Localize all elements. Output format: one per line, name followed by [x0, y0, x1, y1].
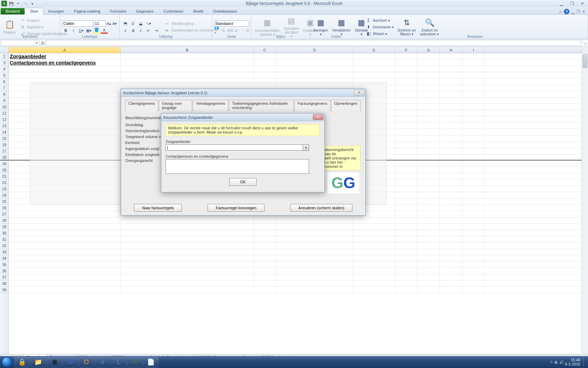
cell[interactable] — [353, 261, 395, 267]
cell[interactable] — [418, 280, 440, 286]
cell[interactable] — [276, 274, 353, 280]
cell[interactable] — [418, 205, 440, 211]
cell[interactable] — [440, 97, 462, 103]
cell[interactable] — [276, 255, 353, 261]
cell[interactable] — [418, 274, 440, 280]
cell[interactable] — [276, 280, 353, 286]
cell[interactable] — [418, 85, 440, 91]
cell[interactable] — [440, 154, 462, 160]
task-ie-icon[interactable]: e — [95, 357, 110, 367]
cell[interactable] — [440, 53, 462, 59]
cell[interactable] — [353, 249, 395, 255]
task-outlook-icon[interactable]: O — [79, 357, 94, 367]
cell[interactable] — [9, 255, 121, 261]
cell[interactable] — [440, 60, 462, 66]
cell[interactable] — [395, 135, 418, 141]
cell[interactable] — [9, 211, 121, 217]
cell[interactable] — [395, 154, 418, 160]
ok-button[interactable]: OK — [229, 178, 257, 186]
dialog1-tab[interactable]: Gezag over jeugdige — [159, 100, 192, 111]
cell[interactable] — [418, 255, 440, 261]
cell[interactable] — [121, 268, 254, 274]
row-header-24[interactable]: 24 — [0, 192, 8, 198]
cell[interactable] — [9, 79, 121, 84]
cell[interactable] — [418, 116, 440, 122]
cell[interactable]: Zorgaanbieder — [9, 53, 121, 59]
cell[interactable] — [121, 280, 254, 286]
cell[interactable] — [276, 261, 353, 267]
qat-customize-icon[interactable]: ▾ — [29, 1, 35, 6]
cell[interactable] — [9, 280, 121, 286]
cell[interactable] — [395, 110, 418, 116]
cell[interactable] — [462, 287, 485, 293]
col-header-I[interactable]: I — [462, 47, 485, 53]
cell[interactable] — [395, 161, 418, 166]
border-icon[interactable]: ▦▾ — [85, 27, 92, 34]
ribbon-tab-pagina[interactable]: Pagina-indeling — [69, 8, 105, 14]
cell[interactable] — [440, 72, 462, 78]
row-header-36[interactable]: 36 — [0, 268, 8, 274]
cell[interactable] — [462, 79, 485, 84]
cell[interactable] — [462, 72, 485, 78]
cell[interactable] — [9, 104, 121, 110]
cell[interactable] — [440, 186, 462, 192]
cell[interactable] — [418, 179, 440, 185]
fx-icon[interactable]: fx — [41, 40, 44, 46]
cell[interactable] — [395, 268, 418, 274]
column-headers[interactable]: ABCDEFGHI — [9, 47, 582, 53]
cell[interactable] — [276, 287, 353, 293]
cell[interactable] — [254, 249, 276, 255]
fill-button[interactable]: ⬇Doorvoeren ▾ — [365, 24, 395, 30]
cell[interactable] — [121, 72, 254, 78]
row-header-26[interactable]: 26 — [0, 205, 8, 211]
cell[interactable] — [276, 217, 353, 223]
cell[interactable] — [395, 104, 418, 110]
cell[interactable] — [462, 167, 485, 173]
cell[interactable] — [440, 85, 462, 91]
cell[interactable] — [276, 230, 353, 236]
row-header-4[interactable]: 4 — [0, 66, 8, 72]
cell[interactable] — [418, 129, 440, 135]
row-header-34[interactable]: 34 — [0, 255, 8, 261]
cell[interactable] — [254, 280, 276, 286]
cell[interactable] — [353, 230, 395, 236]
cell[interactable] — [440, 104, 462, 110]
cell[interactable] — [276, 224, 353, 230]
cell[interactable] — [9, 167, 121, 173]
cell[interactable] — [254, 236, 276, 242]
cell[interactable] — [395, 53, 418, 59]
cell[interactable] — [9, 274, 121, 280]
cell[interactable] — [254, 60, 276, 66]
cell[interactable] — [395, 224, 418, 230]
window-restore-icon[interactable]: ❐ — [568, 1, 576, 6]
dec-dec-icon[interactable]: ←.0 — [242, 27, 249, 34]
cell[interactable] — [9, 192, 121, 198]
cell[interactable] — [121, 60, 254, 66]
cell[interactable] — [254, 230, 276, 236]
cell[interactable] — [121, 224, 254, 230]
dialog1-tab[interactable]: Verwijsgegevens — [193, 100, 228, 111]
row-header-19[interactable]: 19 — [0, 161, 8, 167]
cell[interactable] — [440, 255, 462, 261]
cell[interactable] — [462, 274, 485, 280]
cell[interactable] — [440, 192, 462, 198]
window-minimize-icon[interactable]: ▁ — [557, 1, 566, 6]
cell[interactable] — [395, 205, 418, 211]
cell[interactable] — [395, 123, 418, 129]
cell[interactable] — [276, 66, 353, 72]
cell[interactable] — [462, 217, 485, 223]
cell[interactable] — [353, 274, 395, 280]
task-lync-icon[interactable]: L — [111, 357, 126, 367]
cell[interactable] — [9, 148, 121, 154]
cell[interactable] — [9, 97, 121, 103]
row-header-33[interactable]: 33 — [0, 249, 8, 255]
task-pdf-icon[interactable]: 📄 — [143, 357, 159, 367]
contact-textarea[interactable] — [166, 159, 309, 174]
cell[interactable] — [9, 268, 121, 274]
zorgaanbieder-dropdown[interactable]: ▾ — [166, 144, 309, 151]
cell[interactable] — [418, 230, 440, 236]
cell[interactable] — [462, 268, 485, 274]
fill-color-icon[interactable]: 🪣 — [93, 27, 100, 34]
row-header-37[interactable]: 37 — [0, 274, 8, 280]
align-center-icon[interactable]: ≣ — [130, 27, 136, 34]
